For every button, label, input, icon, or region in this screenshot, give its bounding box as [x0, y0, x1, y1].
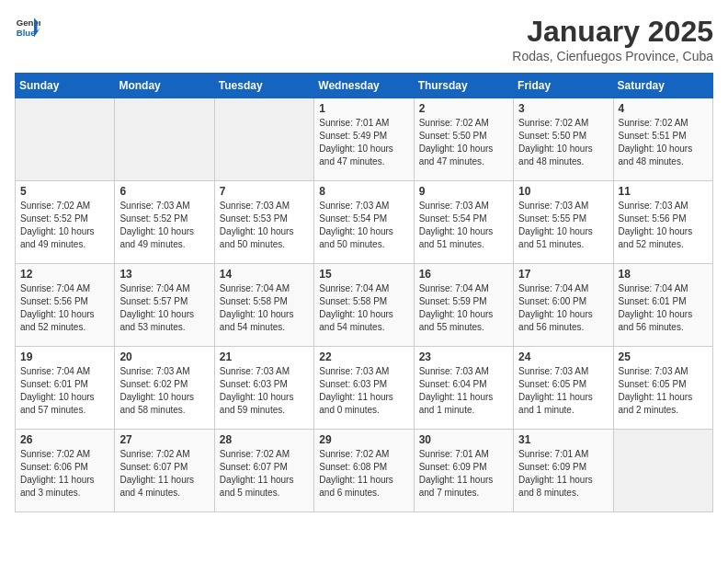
day-number: 21 [220, 350, 309, 363]
calendar-cell: 29Sunrise: 7:02 AM Sunset: 6:08 PM Dayli… [314, 430, 414, 512]
calendar-cell: 20Sunrise: 7:03 AM Sunset: 6:02 PM Dayli… [115, 347, 214, 430]
day-number: 7 [220, 185, 309, 198]
day-number: 10 [518, 185, 608, 198]
day-info: Sunrise: 7:01 AM Sunset: 6:09 PM Dayligh… [518, 448, 608, 500]
calendar-cell: 4Sunrise: 7:02 AM Sunset: 5:51 PM Daylig… [613, 98, 712, 181]
calendar-cell: 27Sunrise: 7:02 AM Sunset: 6:07 PM Dayli… [115, 430, 214, 512]
day-number: 14 [220, 268, 309, 281]
svg-text:Blue: Blue [17, 28, 36, 38]
calendar-cell: 31Sunrise: 7:01 AM Sunset: 6:09 PM Dayli… [514, 430, 613, 512]
day-number: 30 [419, 433, 508, 446]
weekday-header: Thursday [414, 74, 513, 98]
day-info: Sunrise: 7:03 AM Sunset: 6:04 PM Dayligh… [419, 365, 508, 417]
calendar-cell: 14Sunrise: 7:04 AM Sunset: 5:58 PM Dayli… [214, 264, 313, 347]
day-info: Sunrise: 7:03 AM Sunset: 5:54 PM Dayligh… [419, 200, 508, 251]
calendar-cell: 26Sunrise: 7:02 AM Sunset: 6:06 PM Dayli… [16, 430, 115, 512]
day-info: Sunrise: 7:03 AM Sunset: 5:53 PM Dayligh… [220, 200, 309, 251]
day-info: Sunrise: 7:02 AM Sunset: 5:52 PM Dayligh… [20, 200, 109, 251]
weekday-header: Monday [115, 74, 214, 98]
day-info: Sunrise: 7:04 AM Sunset: 6:01 PM Dayligh… [619, 282, 708, 334]
calendar-cell: 10Sunrise: 7:03 AM Sunset: 5:55 PM Dayli… [514, 181, 613, 264]
day-number: 3 [518, 102, 608, 115]
day-number: 25 [619, 350, 708, 363]
calendar-cell: 2Sunrise: 7:02 AM Sunset: 5:50 PM Daylig… [414, 98, 513, 181]
logo-icon: General Blue [15, 15, 40, 40]
calendar-cell: 15Sunrise: 7:04 AM Sunset: 5:58 PM Dayli… [314, 264, 414, 347]
day-number: 15 [319, 268, 408, 281]
day-number: 5 [20, 185, 109, 198]
calendar-week-row: 19Sunrise: 7:04 AM Sunset: 6:01 PM Dayli… [16, 347, 713, 430]
weekday-header: Sunday [16, 74, 115, 98]
calendar-cell [613, 430, 712, 512]
calendar-cell [16, 98, 115, 181]
day-number: 1 [319, 102, 408, 115]
weekday-header: Friday [514, 74, 613, 98]
calendar-week-row: 1Sunrise: 7:01 AM Sunset: 5:49 PM Daylig… [16, 98, 713, 181]
day-number: 18 [619, 268, 708, 281]
day-info: Sunrise: 7:04 AM Sunset: 5:58 PM Dayligh… [220, 282, 309, 334]
day-info: Sunrise: 7:02 AM Sunset: 6:07 PM Dayligh… [119, 448, 209, 500]
day-number: 24 [518, 350, 608, 363]
weekday-header: Tuesday [214, 74, 313, 98]
day-info: Sunrise: 7:01 AM Sunset: 5:49 PM Dayligh… [319, 117, 408, 168]
day-number: 16 [419, 268, 508, 281]
day-info: Sunrise: 7:04 AM Sunset: 5:59 PM Dayligh… [419, 282, 508, 334]
calendar-cell: 30Sunrise: 7:01 AM Sunset: 6:09 PM Dayli… [414, 430, 513, 512]
calendar-cell: 21Sunrise: 7:03 AM Sunset: 6:03 PM Dayli… [214, 347, 313, 430]
calendar-subtitle: Rodas, Cienfuegos Province, Cuba [512, 49, 713, 63]
day-number: 9 [419, 185, 508, 198]
day-info: Sunrise: 7:03 AM Sunset: 6:03 PM Dayligh… [319, 365, 408, 417]
day-info: Sunrise: 7:01 AM Sunset: 6:09 PM Dayligh… [419, 448, 508, 500]
weekday-header-row: SundayMondayTuesdayWednesdayThursdayFrid… [16, 74, 713, 98]
day-number: 11 [619, 185, 708, 198]
day-number: 2 [419, 102, 508, 115]
calendar-cell: 16Sunrise: 7:04 AM Sunset: 5:59 PM Dayli… [414, 264, 513, 347]
day-info: Sunrise: 7:03 AM Sunset: 5:56 PM Dayligh… [619, 200, 708, 251]
calendar-week-row: 12Sunrise: 7:04 AM Sunset: 5:56 PM Dayli… [16, 264, 713, 347]
calendar-cell: 17Sunrise: 7:04 AM Sunset: 6:00 PM Dayli… [514, 264, 613, 347]
day-info: Sunrise: 7:02 AM Sunset: 5:50 PM Dayligh… [518, 117, 608, 168]
calendar-cell: 19Sunrise: 7:04 AM Sunset: 6:01 PM Dayli… [16, 347, 115, 430]
day-info: Sunrise: 7:04 AM Sunset: 6:01 PM Dayligh… [20, 365, 109, 417]
day-number: 23 [419, 350, 508, 363]
calendar-cell: 6Sunrise: 7:03 AM Sunset: 5:52 PM Daylig… [115, 181, 214, 264]
calendar-cell [115, 98, 214, 181]
calendar-cell: 25Sunrise: 7:03 AM Sunset: 6:05 PM Dayli… [613, 347, 712, 430]
calendar-cell: 9Sunrise: 7:03 AM Sunset: 5:54 PM Daylig… [414, 181, 513, 264]
logo: General Blue [15, 15, 40, 40]
calendar-cell: 28Sunrise: 7:02 AM Sunset: 6:07 PM Dayli… [214, 430, 313, 512]
day-number: 20 [119, 350, 209, 363]
day-number: 6 [119, 185, 209, 198]
weekday-header: Wednesday [314, 74, 414, 98]
day-number: 28 [220, 433, 309, 446]
day-number: 19 [20, 350, 109, 363]
day-info: Sunrise: 7:03 AM Sunset: 6:03 PM Dayligh… [220, 365, 309, 417]
calendar-table: SundayMondayTuesdayWednesdayThursdayFrid… [15, 73, 713, 512]
day-number: 26 [20, 433, 109, 446]
calendar-week-row: 5Sunrise: 7:02 AM Sunset: 5:52 PM Daylig… [16, 181, 713, 264]
calendar-cell: 7Sunrise: 7:03 AM Sunset: 5:53 PM Daylig… [214, 181, 313, 264]
day-info: Sunrise: 7:03 AM Sunset: 5:54 PM Dayligh… [319, 200, 408, 251]
calendar-cell: 12Sunrise: 7:04 AM Sunset: 5:56 PM Dayli… [16, 264, 115, 347]
day-info: Sunrise: 7:03 AM Sunset: 6:05 PM Dayligh… [619, 365, 708, 417]
calendar-cell: 11Sunrise: 7:03 AM Sunset: 5:56 PM Dayli… [613, 181, 712, 264]
day-info: Sunrise: 7:03 AM Sunset: 6:05 PM Dayligh… [518, 365, 608, 417]
page-header: General Blue January 2025 Rodas, Cienfue… [15, 15, 713, 63]
weekday-header: Saturday [613, 74, 712, 98]
day-info: Sunrise: 7:03 AM Sunset: 5:52 PM Dayligh… [119, 200, 209, 251]
day-info: Sunrise: 7:02 AM Sunset: 6:08 PM Dayligh… [319, 448, 408, 500]
calendar-cell: 24Sunrise: 7:03 AM Sunset: 6:05 PM Dayli… [514, 347, 613, 430]
day-info: Sunrise: 7:04 AM Sunset: 6:00 PM Dayligh… [518, 282, 608, 334]
calendar-cell: 1Sunrise: 7:01 AM Sunset: 5:49 PM Daylig… [314, 98, 414, 181]
day-info: Sunrise: 7:04 AM Sunset: 5:58 PM Dayligh… [319, 282, 408, 334]
day-info: Sunrise: 7:04 AM Sunset: 5:57 PM Dayligh… [119, 282, 209, 334]
day-number: 12 [20, 268, 109, 281]
day-info: Sunrise: 7:03 AM Sunset: 6:02 PM Dayligh… [119, 365, 209, 417]
calendar-title: January 2025 [512, 15, 713, 49]
calendar-cell: 8Sunrise: 7:03 AM Sunset: 5:54 PM Daylig… [314, 181, 414, 264]
day-info: Sunrise: 7:04 AM Sunset: 5:56 PM Dayligh… [20, 282, 109, 334]
day-number: 31 [518, 433, 608, 446]
day-number: 17 [518, 268, 608, 281]
day-number: 8 [319, 185, 408, 198]
calendar-cell: 23Sunrise: 7:03 AM Sunset: 6:04 PM Dayli… [414, 347, 513, 430]
